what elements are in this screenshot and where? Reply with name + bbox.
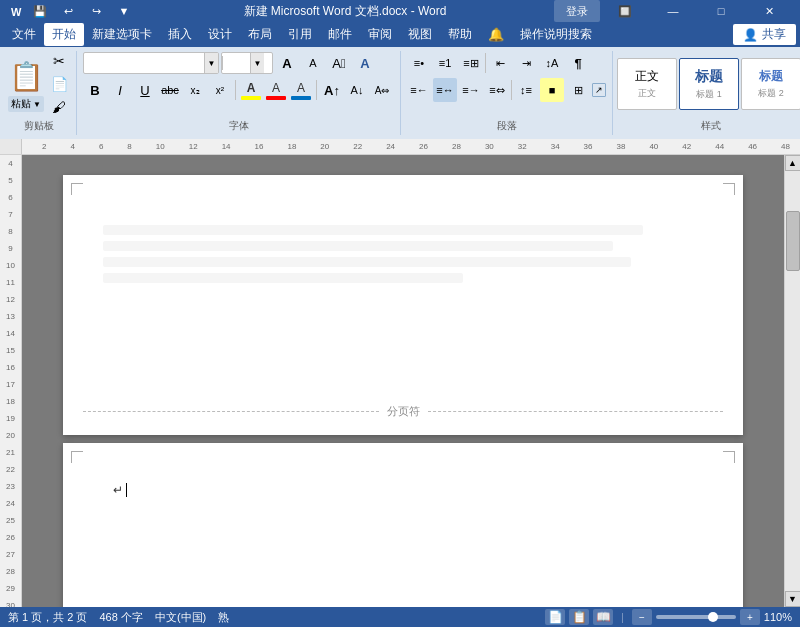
minimize-btn[interactable]: —	[650, 0, 696, 22]
border-button[interactable]: ⊞	[566, 78, 590, 102]
text-effect-button[interactable]: A	[353, 51, 377, 75]
underline-button[interactable]: U	[133, 78, 157, 102]
pages-area[interactable]: 分页符 ↵	[22, 155, 784, 607]
show-marks-button[interactable]: ¶	[566, 51, 590, 75]
word-icon: W	[8, 3, 24, 19]
vertical-scrollbar[interactable]: ▲ ▼	[784, 155, 800, 607]
font-size-dropdown[interactable]: ▼	[250, 53, 264, 73]
menu-view[interactable]: 视图	[400, 23, 440, 46]
font-color-btn[interactable]: A	[289, 78, 313, 102]
zoom-slider[interactable]	[656, 615, 736, 619]
save-btn[interactable]: 💾	[28, 0, 52, 23]
zoom-out-btn[interactable]: −	[632, 609, 652, 625]
paste-dropdown[interactable]: 粘贴 ▼	[8, 96, 44, 112]
menu-help[interactable]: 帮助	[440, 23, 480, 46]
text-color-btn[interactable]: A	[239, 78, 263, 102]
clear-format-button[interactable]: A⃝	[327, 51, 351, 75]
paragraph-label: 段落	[407, 117, 606, 135]
page-2[interactable]: ↵	[63, 443, 743, 607]
web-view-btn[interactable]: 📋	[569, 609, 589, 625]
font-size-input[interactable]: 13	[222, 56, 250, 70]
justify-button[interactable]: ≡⇔	[485, 78, 509, 102]
login-btn[interactable]: 登录	[554, 0, 600, 22]
scroll-track[interactable]	[785, 171, 801, 591]
bold-button[interactable]: B	[83, 78, 107, 102]
page2-cursor-area: ↵	[103, 473, 703, 507]
document-container: 4 5 6 7 8 9 10 11 12 13 14 15 16 17 18 1…	[0, 155, 800, 607]
superscript-button[interactable]: x²	[208, 78, 232, 102]
menu-bar: 文件 开始 新建选项卡 插入 设计 布局 引用 邮件 审阅 视图 帮助 🔔 操作…	[0, 22, 800, 47]
format-row: B I U abc x₂ x² A A	[83, 78, 394, 102]
menu-bell[interactable]: 🔔	[480, 24, 512, 45]
style-heading2[interactable]: 标题 标题 2	[741, 58, 800, 110]
menu-start[interactable]: 开始	[44, 23, 84, 46]
menu-search[interactable]: 操作说明搜索	[512, 23, 600, 46]
menu-mailings[interactable]: 邮件	[320, 23, 360, 46]
decrease-size-btn[interactable]: A↓	[345, 78, 369, 102]
font-content: Microsoft YaHei UI ▼ 13 ▼ A A A⃝ A B I	[83, 51, 394, 117]
menu-design[interactable]: 设计	[200, 23, 240, 46]
ruler-corner[interactable]	[0, 139, 22, 155]
menu-review[interactable]: 审阅	[360, 23, 400, 46]
align-center-button[interactable]: ≡↔	[433, 78, 457, 102]
numbered-list-button[interactable]: ≡1	[433, 51, 457, 75]
font-label: 字体	[83, 117, 394, 135]
view-buttons: 📄 📋 📖	[545, 609, 613, 625]
bullets-button[interactable]: ≡•	[407, 51, 431, 75]
copy-button[interactable]: 📄	[48, 74, 70, 94]
subscript-button[interactable]: x₂	[183, 78, 207, 102]
align-right-button[interactable]: ≡→	[459, 78, 483, 102]
font-name-input[interactable]: Microsoft YaHei UI	[84, 56, 204, 70]
page-1[interactable]: 分页符	[63, 175, 743, 435]
font-name-selector[interactable]: Microsoft YaHei UI ▼	[83, 52, 219, 74]
share-button[interactable]: 👤 共享	[733, 24, 796, 45]
style-h1-label: 标题 1	[696, 88, 722, 101]
ribbon-mode-btn[interactable]: 🔲	[602, 0, 648, 22]
print-view-btn[interactable]: 📄	[545, 609, 565, 625]
italic-button[interactable]: I	[108, 78, 132, 102]
style-normal[interactable]: 正文 正文	[617, 58, 677, 110]
increase-size-btn[interactable]: A↑	[320, 78, 344, 102]
align-left-button[interactable]: ≡←	[407, 78, 431, 102]
zoom-in-btn[interactable]: +	[740, 609, 760, 625]
char-spacing-btn[interactable]: A⇔	[370, 78, 394, 102]
font-name-dropdown[interactable]: ▼	[204, 53, 218, 73]
read-view-btn[interactable]: 📖	[593, 609, 613, 625]
increase-indent-button[interactable]: ⇥	[514, 51, 538, 75]
style-heading1[interactable]: 标题 标题 1	[679, 58, 739, 110]
multilevel-list-button[interactable]: ≡⊞	[459, 51, 483, 75]
menu-file[interactable]: 文件	[4, 23, 44, 46]
scroll-up-btn[interactable]: ▲	[785, 155, 801, 171]
maximize-btn[interactable]: □	[698, 0, 744, 22]
list-row: ≡• ≡1 ≡⊞ ⇤ ⇥ ↕A ¶	[407, 51, 590, 75]
font-row: Microsoft YaHei UI ▼ 13 ▼ A A A⃝ A	[83, 51, 377, 75]
scroll-down-btn[interactable]: ▼	[785, 591, 801, 607]
paste-button[interactable]: 📋	[8, 56, 44, 96]
sort-button[interactable]: ↕A	[540, 51, 564, 75]
svg-text:W: W	[11, 6, 22, 18]
div3	[485, 53, 486, 73]
menu-new-tab[interactable]: 新建选项卡	[84, 23, 160, 46]
highlight-color-btn[interactable]: A	[264, 78, 288, 102]
shading-button[interactable]: ■	[540, 78, 564, 102]
strikethrough-button[interactable]: abc	[158, 78, 182, 102]
menu-references[interactable]: 引用	[280, 23, 320, 46]
decrease-indent-button[interactable]: ⇤	[488, 51, 512, 75]
redo-btn[interactable]: ↪	[84, 0, 108, 23]
format-painter-button[interactable]: 🖌	[48, 97, 70, 117]
cut-button[interactable]: ✂	[48, 51, 70, 71]
font-grow-button[interactable]: A	[275, 51, 299, 75]
line-spacing-button[interactable]: ↕≡	[514, 78, 538, 102]
close-btn[interactable]: ✕	[746, 0, 792, 22]
break-line-right	[428, 411, 724, 412]
font-size-selector[interactable]: 13 ▼	[221, 52, 273, 74]
paste-label: 粘贴	[11, 97, 31, 111]
menu-insert[interactable]: 插入	[160, 23, 200, 46]
page-break-label: 分页符	[379, 404, 428, 419]
font-shrink-button[interactable]: A	[301, 51, 325, 75]
paragraph-expand-btn[interactable]: ↗	[592, 83, 606, 97]
menu-layout[interactable]: 布局	[240, 23, 280, 46]
scroll-thumb[interactable]	[786, 211, 800, 271]
undo-btn[interactable]: ↩	[56, 0, 80, 23]
customize-btn[interactable]: ▼	[112, 0, 136, 23]
